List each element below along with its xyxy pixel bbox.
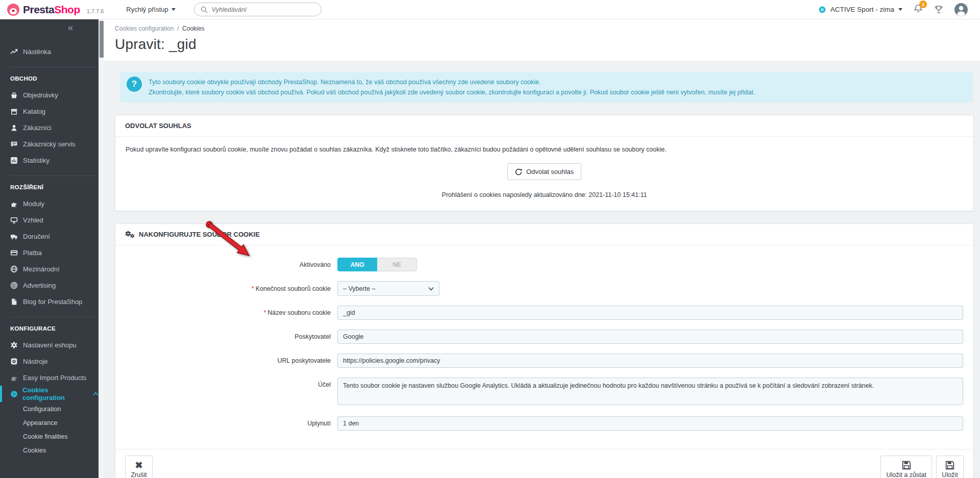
sidebar-item-label: Nastavení eshopu — [23, 341, 77, 349]
cookie-name-input[interactable] — [337, 306, 963, 320]
breadcrumb-current: Cookies — [182, 25, 204, 32]
sidebar-section-obchod: OBCHOD — [0, 67, 99, 87]
main-content: Cookies configuration / Cookies Upravit:… — [104, 19, 980, 478]
sidebar-item-label: Nástěnka — [23, 48, 51, 56]
save-and-stay-button[interactable]: Uložit a zůstat — [880, 456, 932, 478]
sidebar-subitem-appearance[interactable]: Appearance — [0, 416, 99, 430]
breadcrumb-parent[interactable]: Cookies configuration — [115, 25, 174, 32]
cookie-icon — [10, 390, 18, 398]
cookies-updated-text: Prohlášení o cookies naposledy aktualizo… — [126, 191, 963, 198]
sidebar-item-n-st-nka[interactable]: Nástěnka — [0, 43, 99, 60]
revoke-consent-panel: ODVOLAT SOUHLAS Pokud upravíte konfigura… — [115, 115, 974, 211]
sidebar-item-easy-import-products[interactable]: Easy Import Products — [0, 369, 99, 386]
sidebar-item-doru-en[interactable]: Doručení — [0, 228, 99, 244]
collapse-chevrons-icon: « — [68, 22, 73, 33]
sidebar-item-moduly[interactable]: Moduly — [0, 195, 99, 212]
sidebar-item-label: Zákaznický servis — [23, 140, 76, 148]
customers-icon — [10, 123, 18, 132]
sidebar-item-mezin-rodn[interactable]: Mezinárodní — [0, 261, 99, 277]
quick-access-dropdown[interactable]: Rychlý přístup — [126, 6, 175, 13]
sidebar-section-roz-en: ROZŠÍŘENÍ — [0, 176, 99, 195]
sidebar-subitem-cookies[interactable]: Cookies — [0, 443, 99, 457]
expiry-input[interactable] — [337, 416, 963, 431]
toggle-yes-button[interactable]: ANO — [337, 258, 377, 271]
search-icon — [201, 6, 208, 13]
cancel-button[interactable]: ✖ Zrušit — [125, 456, 153, 478]
sidebar-item-z-kaznick-servis[interactable]: Zákaznický servis — [0, 136, 99, 152]
sidebar-item-label: Blog for PrestaShop — [23, 298, 82, 306]
sidebar-item-label: Statistiky — [23, 157, 50, 164]
catalog-icon — [10, 107, 18, 115]
sidebar-item-z-kazn-ci[interactable]: Zákazníci — [0, 119, 99, 136]
save-label: Uložit — [942, 471, 958, 478]
sidebar-item-statistiky[interactable]: Statistiky — [0, 152, 99, 168]
prestashop-logo[interactable]: PrestaShop 1.7.7.6 — [7, 4, 104, 16]
form-row-provider-url: URL poskytovatele — [126, 354, 963, 368]
form-row-name: *Název souboru cookie — [126, 306, 963, 320]
revoke-consent-button[interactable]: Odvolat souhlas — [507, 163, 581, 180]
info-alert: ? Tyto soubory cookie obvykle používají … — [120, 72, 973, 103]
sidebar-item-advertising[interactable]: Advertising — [0, 277, 99, 293]
provider-input[interactable] — [337, 330, 963, 344]
avatar — [954, 3, 968, 16]
notifications-button[interactable]: 3 — [914, 4, 923, 15]
finality-selected-value: – Vyberte – — [343, 285, 375, 292]
sidebar-collapse-button[interactable]: « — [0, 19, 99, 38]
finality-select[interactable]: – Vyberte – — [337, 281, 439, 296]
shop-settings-icon — [10, 341, 18, 349]
search-input[interactable] — [212, 6, 315, 13]
sidebar-item-objedn-vky[interactable]: Objednávky — [0, 87, 99, 103]
blog-icon — [10, 297, 18, 306]
achievements-button[interactable] — [934, 5, 943, 14]
version-label: 1.7.7.6 — [87, 8, 104, 14]
save-button[interactable]: Uložit — [936, 456, 964, 478]
alert-line-1: Tyto soubory cookie obvykle používají ob… — [149, 77, 965, 87]
sidebar-item-label: Objednávky — [23, 91, 58, 99]
shop-switcher[interactable]: ACTIVE Sport - zima — [818, 6, 902, 14]
sidebar-item-cookies-configuration[interactable]: Cookies configuration — [0, 386, 99, 402]
payment-icon — [10, 248, 18, 257]
customer-service-icon — [10, 140, 18, 148]
sidebar-item-platba[interactable]: Platba — [0, 244, 99, 261]
sidebar-subitem-configuration[interactable]: Configuration — [0, 402, 99, 416]
sidebar-item-nastaven-eshopu[interactable]: Nastavení eshopu — [0, 337, 99, 353]
provider-url-input[interactable] — [337, 354, 963, 368]
chevron-up-icon — [93, 392, 99, 396]
notification-badge: 3 — [919, 1, 927, 8]
purpose-textarea[interactable]: Tento soubor cookie je nastaven službou … — [337, 378, 963, 405]
sidebar-nav: NástěnkaOBCHODObjednávkyKatalogZákazníci… — [0, 38, 99, 457]
floppy-icon — [902, 461, 911, 470]
refresh-icon — [515, 168, 522, 175]
sidebar-item-vzhled[interactable]: Vzhled — [0, 212, 99, 228]
cogs-icon — [125, 231, 135, 238]
sidebar-subitem-cookie-finalities[interactable]: Cookie finalities — [0, 430, 99, 443]
logo-text: PrestaShop — [23, 4, 80, 16]
breadcrumb-separator: / — [177, 25, 179, 32]
stats-icon — [10, 156, 18, 164]
form-footer: ✖ Zrušit Uložit a zůstat Uložit — [115, 449, 973, 478]
save-stay-label: Uložit a zůstat — [886, 471, 926, 478]
shipping-icon — [10, 232, 18, 240]
sidebar-item-blog-for-prestashop[interactable]: Blog for PrestaShop — [0, 293, 99, 310]
sidebar-item-n-stroje[interactable]: Nástroje — [0, 353, 99, 369]
sidebar-scrollbar-thumb[interactable] — [100, 21, 104, 58]
toggle-no-button[interactable]: NE — [377, 258, 417, 271]
global-search[interactable] — [194, 3, 322, 16]
sidebar-item-label: Platba — [23, 249, 42, 257]
content-header: Cookies configuration / Cookies Upravit:… — [104, 19, 980, 61]
sidebar-scrollbar[interactable] — [99, 19, 104, 478]
quick-access-label: Rychlý přístup — [126, 6, 168, 13]
floppy-icon — [945, 461, 954, 470]
form-row-expiry: Uplynutí — [126, 416, 963, 431]
account-menu[interactable] — [954, 3, 968, 16]
configure-cookie-panel: NAKONFIGURUJTE SOUBOR COOKIE Aktivováno … — [115, 223, 974, 478]
design-icon — [10, 216, 18, 224]
required-mark: * — [252, 285, 254, 292]
caret-down-icon — [172, 8, 176, 11]
dashboard-icon — [10, 47, 18, 56]
content-body: ? Tyto soubory cookie obvykle používají … — [104, 61, 980, 478]
sidebar-item-katalog[interactable]: Katalog — [0, 103, 99, 119]
modules-icon — [10, 199, 18, 208]
orders-icon — [10, 91, 18, 99]
revoke-button-label: Odvolat souhlas — [526, 168, 574, 175]
